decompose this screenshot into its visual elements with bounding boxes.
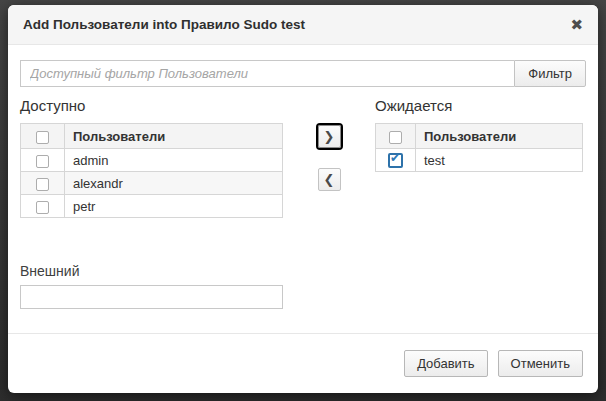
available-header-row: ✔ Пользователи — [21, 124, 283, 149]
prospective-section: Ожидается ✔ Пользователи — [375, 97, 583, 218]
filter-group: Фильтр — [20, 60, 586, 87]
prospective-select-all-checkbox[interactable]: ✔ — [389, 131, 402, 144]
row-label: alexandr — [65, 172, 283, 195]
external-label: Внешний — [20, 263, 586, 279]
dialog-body: Фильтр Доступно ✔ — [8, 45, 598, 333]
dialog-footer: Добавить Отменить — [8, 333, 598, 393]
add-button[interactable]: Добавить — [404, 350, 487, 377]
prospective-header-row: ✔ Пользователи — [376, 124, 583, 149]
row-checkbox[interactable]: ✔ — [36, 178, 49, 191]
table-row[interactable]: ✔ alexandr — [21, 172, 283, 195]
row-checkbox[interactable]: ✔ — [388, 153, 403, 168]
add-users-dialog: Add Пользователи into Правило Sudo test … — [8, 5, 598, 393]
available-section: Доступно ✔ Пользователи — [20, 97, 283, 218]
external-section: Внешний — [20, 263, 586, 309]
close-icon[interactable]: ✖ — [570, 17, 583, 32]
external-input[interactable] — [20, 285, 283, 309]
available-column-header: Пользователи — [65, 124, 283, 149]
row-label: petr — [65, 195, 283, 218]
move-left-button[interactable]: ❮ — [318, 168, 341, 191]
table-row[interactable]: ✔ test — [376, 149, 583, 172]
chevron-left-icon: ❮ — [324, 172, 335, 187]
table-row[interactable]: ✔ admin — [21, 149, 283, 172]
available-select-all-checkbox[interactable]: ✔ — [36, 131, 49, 144]
chevron-right-icon: ❯ — [324, 129, 335, 144]
prospective-heading: Ожидается — [375, 97, 583, 117]
prospective-table: ✔ Пользователи ✔ — [375, 123, 583, 172]
filter-input[interactable] — [20, 60, 514, 87]
row-checkbox[interactable]: ✔ — [36, 155, 49, 168]
dialog-title: Add Пользователи into Правило Sudo test — [23, 17, 570, 32]
row-label: test — [416, 149, 583, 172]
filter-button[interactable]: Фильтр — [514, 60, 586, 87]
adder-columns: Доступно ✔ Пользователи — [20, 97, 586, 218]
available-heading: Доступно — [20, 97, 283, 117]
row-checkbox[interactable]: ✔ — [36, 201, 49, 214]
prospective-column-header: Пользователи — [416, 124, 583, 149]
check-icon: ✔ — [390, 152, 400, 164]
available-table: ✔ Пользователи ✔ — [20, 123, 283, 218]
row-label: admin — [65, 149, 283, 172]
dialog-header: Add Пользователи into Правило Sudo test … — [8, 5, 598, 45]
cancel-button[interactable]: Отменить — [498, 350, 583, 377]
move-right-button[interactable]: ❯ — [318, 125, 341, 148]
move-buttons: ❯ ❮ — [283, 97, 375, 218]
table-row[interactable]: ✔ petr — [21, 195, 283, 218]
